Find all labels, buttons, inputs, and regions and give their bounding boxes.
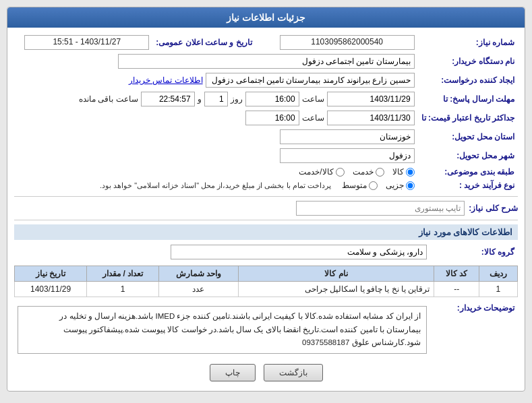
shahr-value-cell xyxy=(14,146,418,165)
sharh-label: شرح کلی نیاز: xyxy=(469,204,518,213)
table-row: 1 -- ترقاین یا نخ یا چافو یا اسکالپل جرا… xyxy=(15,282,518,297)
mohlat-time-input[interactable] xyxy=(245,92,299,106)
mohlat-date-input[interactable] xyxy=(327,92,415,106)
jadval-time-input[interactable] xyxy=(245,111,299,125)
nooe-radio-group: جزیی متوسط xyxy=(342,181,415,190)
cell-radif: 1 xyxy=(479,282,517,297)
dastgah-label: نام دستگاه خریدار: xyxy=(418,52,518,71)
ijad-row-flex: اطلاعات تماس خریدار xyxy=(18,73,415,88)
cell-tarikh: 1403/11/29 xyxy=(15,282,87,297)
products-table-head: ردیف کد کالا نام کالا واحد شمارش تعداد /… xyxy=(15,266,518,282)
shomara-value-cell: 1103095862000540 xyxy=(269,33,418,52)
mohlat-label: مهلت ارسال پاسخ: تا xyxy=(418,90,518,108)
tabaqa-radio-kala-input[interactable] xyxy=(406,168,415,177)
group-kala-input[interactable] xyxy=(171,245,427,259)
row-dastgah: نام دستگاه خریدار: xyxy=(14,52,518,71)
mohlat-value-cell: ساعت روز و ساعت باقی مانده xyxy=(14,90,418,108)
col-kod-kala: کد کالا xyxy=(434,266,479,282)
products-header-row: ردیف کد کالا نام کالا واحد شمارش تعداد /… xyxy=(15,266,518,282)
tabaqa-value-cell: کالا خدمت کالا/خدمت xyxy=(14,165,418,179)
row-tozi: توضیحات خریدار: از ایران کد مشابه استفاد… xyxy=(14,301,518,359)
nooe-radio-jozi-input[interactable] xyxy=(406,181,415,190)
back-button[interactable]: بازگشت xyxy=(264,364,323,381)
tabaqa-radio-kala-khedmat[interactable]: کالا/خدمت xyxy=(299,167,344,177)
print-button[interactable]: چاپ xyxy=(210,364,256,381)
cell-kod-kala: -- xyxy=(434,282,479,297)
row-jadval: جداکثر تاریخ اعتبار قیمت: تا ساعت xyxy=(14,108,518,127)
ettelaat-tamas-link[interactable]: اطلاعات تماس خریدار xyxy=(129,75,203,85)
mohlat-saat-input[interactable] xyxy=(141,92,195,106)
page-container: جزئیات اطلاعات نیاز شماره نیاز: 11030958… xyxy=(0,0,532,403)
divider-2 xyxy=(14,220,518,220)
info-table-top: شماره نیاز: 1103095862000540 تاریخ و ساع… xyxy=(14,33,518,192)
row-shahr: شهر محل تحویل: xyxy=(14,146,518,165)
tabaqa-radio-khedmat-input[interactable] xyxy=(376,168,384,177)
cell-tedad: 1 xyxy=(87,282,159,297)
mohlat-rooz-input[interactable] xyxy=(204,92,228,106)
nooe-container: جزیی متوسط پرداخت تمام با بخشی از مبلغ خ… xyxy=(18,181,415,190)
row-ostan: استان محل تحویل: xyxy=(14,127,518,146)
tabaqa-radio-khedmat[interactable]: خدمت xyxy=(353,167,384,177)
type-search-input[interactable] xyxy=(296,201,465,216)
panel-body: شماره نیاز: 1103095862000540 تاریخ و ساع… xyxy=(7,28,525,391)
dastgah-input[interactable] xyxy=(118,54,415,69)
panel-header: جزئیات اطلاعات نیاز xyxy=(7,7,525,28)
nooe-value-cell: جزیی متوسط پرداخت تمام با بخشی از مبلغ خ… xyxy=(14,179,418,192)
group-kala-table: گروه کالا: xyxy=(14,243,518,261)
rooz-label: روز xyxy=(231,94,243,104)
tozi-table: توضیحات خریدار: از ایران کد مشابه استفاد… xyxy=(14,301,518,359)
cell-vahed: عدد xyxy=(159,282,239,297)
row-group-kala: گروه کالا: xyxy=(14,243,518,261)
tabaqa-khedmat-label: خدمت xyxy=(353,167,374,177)
nooe-motovaset-label: متوسط xyxy=(342,181,367,190)
tabaqa-kala-khedmat-label: کالا/خدمت xyxy=(299,167,333,177)
button-row: بازگشت چاپ xyxy=(14,364,518,385)
row-mohlat: مهلت ارسال پاسخ: تا ساعت روز و ساعت باقی… xyxy=(14,90,518,108)
baqi-mande-label: ساعت باقی مانده xyxy=(79,94,138,104)
tabaqa-label: طبقه بندی موضوعی: xyxy=(418,165,518,179)
ostan-label: استان محل تحویل: xyxy=(418,127,518,146)
ijad-value-cell: اطلاعات تماس خریدار xyxy=(14,71,418,90)
saaat-label: ساعت xyxy=(302,94,324,104)
jadval-row-flex: ساعت xyxy=(18,111,415,125)
jadval-date-input[interactable] xyxy=(327,111,415,125)
row-nooe: نوع فرآیند خرید : جزیی متوسط xyxy=(14,179,518,192)
ijad-input[interactable] xyxy=(206,73,415,88)
date-header-label: تاریخ و ساعت اعلان عمومی: xyxy=(152,33,255,52)
tabaqa-radio-group: کالا خدمت کالا/خدمت xyxy=(18,167,415,177)
date-header-value: 1403/11/27 - 15:51 xyxy=(24,35,149,50)
ettelaat-section-title: اطلاعات کالاهای مورد نیاز xyxy=(14,224,518,240)
ostan-input[interactable] xyxy=(280,129,415,144)
mohlat-row-flex: ساعت روز و ساعت باقی مانده xyxy=(18,92,415,106)
group-kala-label: گروه کالا: xyxy=(430,243,518,261)
tabaqa-radio-kala-khedmat-input[interactable] xyxy=(336,168,345,177)
row-ijad: ایجاد کننده درخواست: اطلاعات تماس خریدار xyxy=(14,71,518,90)
divider-1 xyxy=(14,196,518,197)
col-vahed: واحد شمارش xyxy=(159,266,239,282)
nooe-radio-motovaset[interactable]: متوسط xyxy=(342,181,378,190)
tozi-text: از ایران کد مشابه استفاده شده.کالا با کی… xyxy=(18,306,427,354)
jadval-value-cell: ساعت xyxy=(14,108,418,127)
date-header-value-cell: 1403/11/27 - 15:51 xyxy=(14,33,152,52)
group-kala-value-cell xyxy=(14,243,430,261)
jadval-label: جداکثر تاریخ اعتبار قیمت: تا xyxy=(418,108,518,127)
products-table-body: 1 -- ترقاین یا نخ یا چافو یا اسکالپل جرا… xyxy=(15,282,518,297)
cell-nam-kala: ترقاین یا نخ یا چافو یا اسکالپل جراحی xyxy=(238,282,434,297)
ijad-label: ایجاد کننده درخواست: xyxy=(418,71,518,90)
col-tedad: تعداد / مقدار xyxy=(87,266,159,282)
products-table: ردیف کد کالا نام کالا واحد شمارش تعداد /… xyxy=(14,266,518,297)
ostan-value-cell xyxy=(14,127,418,146)
nooe-radio-motovaset-input[interactable] xyxy=(369,181,378,190)
col-tarikh: تاریخ نیاز xyxy=(15,266,87,282)
col-nam-kala: نام کالا xyxy=(238,266,434,282)
shahr-input[interactable] xyxy=(280,148,415,163)
tozi-label: توضیحات خریدار: xyxy=(430,301,518,359)
row-shomara: شماره نیاز: 1103095862000540 تاریخ و ساع… xyxy=(14,33,518,52)
nooe-radio-jozi[interactable]: جزیی xyxy=(386,181,415,190)
tabaqa-radio-kala[interactable]: کالا xyxy=(392,167,415,177)
tozi-value-cell: از ایران کد مشابه استفاده شده.کالا با کی… xyxy=(14,301,430,359)
dastgah-value-cell xyxy=(14,52,418,71)
nooe-label: نوع فرآیند خرید : xyxy=(418,179,518,192)
main-panel: جزئیات اطلاعات نیاز شماره نیاز: 11030958… xyxy=(7,7,525,392)
jadval-saaat-label: ساعت xyxy=(302,113,324,123)
